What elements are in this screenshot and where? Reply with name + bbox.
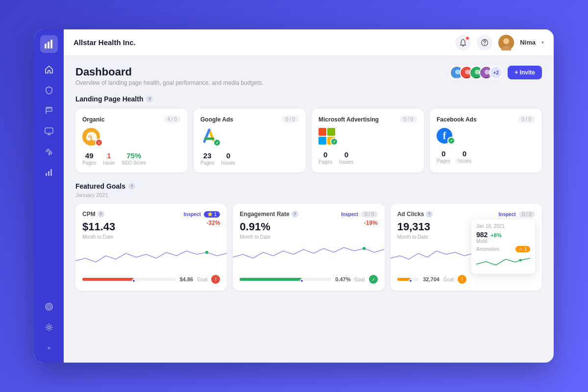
sidebar-item-chart[interactable] <box>40 164 58 181</box>
organic-issue-stat: 1 Issue <box>103 151 115 166</box>
sidebar-item-collapse[interactable]: » <box>40 339 58 357</box>
engagement-card: Engagement Rate ? Inspect 0 / 0 0.91% <box>233 204 384 291</box>
tooltip-mom-label: MoM <box>476 239 530 244</box>
engagement-bar: 0.47% Goal ✓ <box>240 272 377 284</box>
engagement-period: Month to Date <box>240 234 270 240</box>
cpm-title: CPM ? <box>82 211 104 218</box>
sidebar-item-target[interactable] <box>40 298 58 316</box>
organic-seo-value: 75% <box>126 151 141 160</box>
engagement-inspect-button[interactable]: Inspect <box>341 212 358 217</box>
anomalies-badge: ⚠ 1 <box>515 246 530 252</box>
svg-rect-7 <box>50 169 52 176</box>
facebook-pages-stat: 0 Pages <box>437 149 450 164</box>
organic-card-label: Organic <box>82 116 104 123</box>
facebook-issues-label: Issues <box>457 158 471 164</box>
ad-clicks-bar: 32,704 Goal ! <box>397 272 466 284</box>
tooltip-date: Jan 18, 2021 <box>476 223 530 229</box>
svg-rect-0 <box>45 44 47 49</box>
svg-rect-6 <box>48 171 49 176</box>
cpm-goal-label: Goal <box>197 277 207 282</box>
ad-clicks-info-icon[interactable]: ? <box>426 211 433 218</box>
page-header: Dashboard Overview of landing page healt… <box>75 66 542 86</box>
organic-issue-value: 1 <box>107 151 111 160</box>
ad-clicks-value-row: 19,313 Month to Date <box>397 220 466 240</box>
ad-clicks-actions: Inspect 0 / 0 <box>499 211 535 218</box>
sidebar-item-settings[interactable] <box>40 318 58 336</box>
landing-page-section-title: Landing Page Health ? <box>75 95 542 103</box>
ad-clicks-inspect-button[interactable]: Inspect <box>499 212 516 217</box>
cpm-card-header: CPM ? Inspect ⭐ 1 <box>82 211 220 218</box>
google-ads-badge: 0 / 0 <box>282 116 299 123</box>
ad-clicks-tooltip: Jan 18, 2021 982 +8% MoM Anomalies <box>471 220 535 274</box>
facebook-pages-label: Pages <box>437 158 450 164</box>
help-button[interactable] <box>477 35 492 50</box>
cpm-inspect-button[interactable]: Inspect <box>184 212 201 217</box>
sidebar-item-fingerprint[interactable] <box>40 143 58 161</box>
engagement-badge: 0 / 0 <box>361 211 377 218</box>
anomalies-label: Anomalies <box>476 246 499 252</box>
sidebar-bottom: » <box>40 298 58 357</box>
notifications-button[interactable] <box>455 35 471 50</box>
user-name: Nima <box>520 39 536 46</box>
engagement-bar-track <box>240 278 331 281</box>
sidebar: » <box>34 29 64 363</box>
ad-clicks-bar-track <box>397 278 419 281</box>
cpm-badge: ⭐ 1 <box>204 211 220 218</box>
facebook-icon-wrap: f ✓ <box>437 128 452 144</box>
microsoft-icon-wrap: ✓ <box>318 128 335 145</box>
google-ads-issues-value: 0 <box>226 151 230 160</box>
app-container: » Allstar Health Inc. <box>34 29 554 363</box>
featured-goals-title: Featured Goals ? <box>75 182 542 190</box>
featured-goals-info-icon[interactable]: ? <box>128 183 135 190</box>
landing-page-info-icon[interactable]: ? <box>146 96 153 102</box>
landing-page-cards: Organic 4 / 0 <box>75 109 542 172</box>
sidebar-item-home[interactable] <box>40 61 58 78</box>
user-menu-chevron[interactable]: ▾ <box>541 40 544 45</box>
organic-warning-badge: ! <box>95 139 103 147</box>
svg-point-15 <box>503 38 509 44</box>
invite-button[interactable]: + Invite <box>508 66 542 79</box>
organic-pages-label: Pages <box>82 160 96 166</box>
microsoft-card: Microsoft Advertising 0 / 0 <box>312 109 424 172</box>
sidebar-item-monitor[interactable] <box>40 122 58 140</box>
google-ads-stats: 23 Pages 0 Issues <box>200 151 299 166</box>
facebook-card-header: Facebook Ads 0 / 0 <box>437 116 535 123</box>
facebook-card: Facebook Ads 0 / 0 f ✓ 0 <box>430 109 542 172</box>
cpm-bar: $4.86 Goal ! <box>82 272 220 284</box>
microsoft-label: Microsoft Advertising <box>318 116 379 123</box>
sidebar-logo[interactable] <box>40 35 58 53</box>
svg-point-30 <box>205 251 208 254</box>
organic-card: Organic 4 / 0 <box>75 109 188 172</box>
microsoft-stats: 0 Pages 0 Issues <box>318 150 417 165</box>
organic-card-header: Organic 4 / 0 <box>82 116 181 123</box>
svg-rect-5 <box>46 173 47 176</box>
cpm-mom-change: -32% <box>206 220 220 226</box>
engagement-info-icon[interactable]: ? <box>292 211 298 218</box>
cpm-period: Month to Date <box>82 234 115 240</box>
cpm-sparkline <box>75 244 227 268</box>
facebook-stats: 0 Pages 0 Issues <box>437 149 535 164</box>
sidebar-item-flag[interactable] <box>40 102 58 120</box>
content-area: Dashboard Overview of landing page healt… <box>64 56 554 363</box>
ad-clicks-goal-value: 32,704 <box>423 276 440 282</box>
facebook-issues-stat: 0 Issues <box>457 149 471 164</box>
cpm-info-icon[interactable]: ? <box>98 211 104 218</box>
tooltip-value-row: 982 +8% <box>476 231 530 239</box>
svg-point-32 <box>519 259 522 262</box>
organic-seo-label: SEO Score <box>122 160 146 166</box>
facebook-issues-value: 0 <box>463 149 466 158</box>
sidebar-item-shield[interactable] <box>40 81 58 99</box>
avatar <box>498 35 514 50</box>
main-content: Allstar Health Inc. <box>64 29 554 363</box>
google-ads-issues-label: Issues <box>221 160 235 166</box>
engagement-goal-value: 0.47% <box>335 276 350 282</box>
ad-clicks-goal-label: Goal <box>443 277 454 282</box>
microsoft-pages-label: Pages <box>318 159 332 165</box>
page-subtitle: Overview of landing page health, goal pe… <box>75 79 264 86</box>
cpm-status-icon: ! <box>211 275 220 284</box>
microsoft-check-badge: ✓ <box>330 138 338 146</box>
ad-clicks-card-header: Ad Clicks ? Inspect 0 / 0 <box>397 211 535 218</box>
ad-clicks-body: 19,313 Month to Date <box>397 220 535 284</box>
engagement-sparkline <box>233 244 384 268</box>
microsoft-card-header: Microsoft Advertising 0 / 0 <box>318 116 417 123</box>
